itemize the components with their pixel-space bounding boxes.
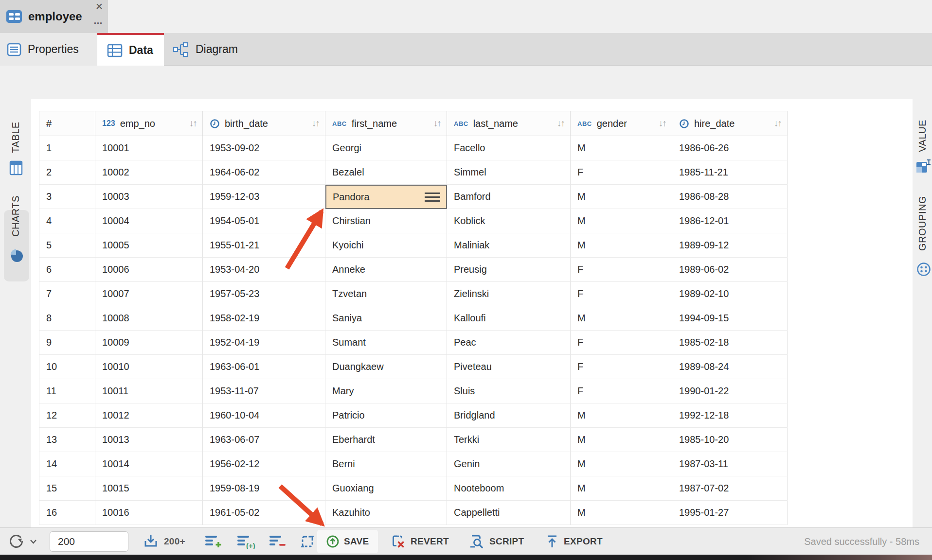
cell-gender[interactable]: M bbox=[571, 209, 672, 233]
cell-gender[interactable]: M bbox=[571, 403, 672, 428]
cell-emp_no[interactable]: 10015 bbox=[95, 476, 203, 501]
pie-chart-icon[interactable] bbox=[9, 248, 24, 263]
cell-gender[interactable]: M bbox=[571, 306, 672, 331]
cell-emp_no[interactable]: 10001 bbox=[95, 136, 203, 160]
cell-first_name[interactable]: Chirstian bbox=[325, 209, 447, 233]
file-tab-employee[interactable]: employee ✕ … bbox=[0, 0, 108, 33]
cell-last_name[interactable]: Genin bbox=[447, 452, 571, 476]
cell-emp_no[interactable]: 10002 bbox=[95, 160, 203, 185]
cell-last_name[interactable]: Nooteboom bbox=[447, 476, 571, 501]
tab-diagram[interactable]: Diagram bbox=[164, 33, 255, 66]
cell-first_name[interactable]: Guoxiang bbox=[325, 476, 447, 501]
cell-emp_no[interactable]: 10007 bbox=[95, 282, 203, 306]
cell-hire_date[interactable]: 1989-06-02 bbox=[672, 258, 788, 282]
cell-hire_date[interactable]: 1985-02-18 bbox=[672, 331, 788, 355]
cell-last_name[interactable]: Zielinski bbox=[447, 282, 571, 306]
cell-emp_no[interactable]: 10006 bbox=[95, 258, 203, 282]
cell-first_name[interactable]: Tzvetan bbox=[325, 282, 447, 306]
cell-last_name[interactable]: Cappelletti bbox=[447, 501, 571, 525]
cell-first_name[interactable]: Berni bbox=[325, 452, 447, 476]
duplicate-row-button[interactable]: (+) bbox=[236, 528, 256, 555]
cell-birth_date[interactable]: 1959-08-19 bbox=[203, 476, 325, 501]
cell-hire_date[interactable]: 1986-08-28 bbox=[672, 185, 788, 209]
cell-birth_date[interactable]: 1958-02-19 bbox=[203, 306, 325, 331]
cell-menu-icon[interactable] bbox=[425, 192, 440, 202]
cell-last_name[interactable]: Terkki bbox=[447, 428, 571, 452]
cell-hire_date[interactable]: 1986-06-26 bbox=[672, 136, 788, 160]
cell-hire_date[interactable]: 1994-09-15 bbox=[672, 306, 788, 331]
cell-first_name[interactable]: Duangkaew bbox=[325, 355, 447, 379]
cell-gender[interactable]: F bbox=[571, 355, 672, 379]
cell-hire_date[interactable]: 1985-11-21 bbox=[672, 160, 788, 185]
cell-last_name[interactable]: Bridgland bbox=[447, 403, 571, 428]
cell-hire_date[interactable]: 1989-09-12 bbox=[672, 233, 788, 258]
sort-icon[interactable]: ↓↑ bbox=[557, 118, 564, 129]
rail-tab-table[interactable]: TABLE bbox=[0, 113, 31, 161]
cell-hire_date[interactable]: 1990-01-22 bbox=[672, 379, 788, 403]
column-header-gender[interactable]: ABCgender↓↑ bbox=[571, 111, 672, 136]
rail-tab-grouping[interactable]: GROUPING bbox=[913, 186, 932, 261]
cell-emp_no[interactable]: 10013 bbox=[95, 428, 203, 452]
save-button[interactable]: SAVE bbox=[317, 530, 378, 553]
cell-hire_date[interactable]: 1992-12-18 bbox=[672, 403, 788, 428]
cell-birth_date[interactable]: 1956-02-12 bbox=[203, 452, 325, 476]
cell-last_name[interactable]: Bamford bbox=[447, 185, 571, 209]
value-panel-icon[interactable] bbox=[915, 158, 931, 175]
refresh-result-button[interactable] bbox=[8, 528, 37, 555]
cell-emp_no[interactable]: 10003 bbox=[95, 185, 203, 209]
cell-birth_date[interactable]: 1960-10-04 bbox=[203, 403, 325, 428]
cell-last_name[interactable]: Preusig bbox=[447, 258, 571, 282]
cell-emp_no[interactable]: 10008 bbox=[95, 306, 203, 331]
sort-icon[interactable]: ↓↑ bbox=[774, 118, 781, 129]
cell-birth_date[interactable]: 1957-05-23 bbox=[203, 282, 325, 306]
cell-gender[interactable]: F bbox=[571, 160, 672, 185]
sort-icon[interactable]: ↓↑ bbox=[433, 118, 441, 129]
tab-data[interactable]: Data bbox=[97, 33, 164, 66]
script-button[interactable]: SCRIPT bbox=[468, 528, 524, 555]
cell-emp_no[interactable]: 10011 bbox=[95, 379, 203, 403]
cell-first_name[interactable]: Anneke bbox=[325, 258, 447, 282]
grouping-icon[interactable] bbox=[916, 262, 932, 277]
cell-last_name[interactable]: Maliniak bbox=[447, 233, 571, 258]
cell-hire_date[interactable]: 1986-12-01 bbox=[672, 209, 788, 233]
cell-birth_date[interactable]: 1953-04-20 bbox=[203, 258, 325, 282]
cell-gender[interactable]: M bbox=[571, 136, 672, 160]
cell-last_name[interactable]: Kalloufi bbox=[447, 306, 571, 331]
cell-gender[interactable]: M bbox=[571, 476, 672, 501]
cell-last_name[interactable]: Sluis bbox=[447, 379, 571, 403]
cell-last_name[interactable]: Peac bbox=[447, 331, 571, 355]
cell-first_name[interactable]: Bezalel bbox=[325, 160, 447, 185]
cell-first_name[interactable]: Georgi bbox=[325, 136, 447, 160]
close-icon[interactable]: ✕ bbox=[95, 1, 103, 12]
cell-emp_no[interactable]: 10005 bbox=[95, 233, 203, 258]
cell-hire_date[interactable]: 1995-01-27 bbox=[672, 501, 788, 525]
cell-birth_date[interactable]: 1963-06-01 bbox=[203, 355, 325, 379]
cell-emp_no[interactable]: 10014 bbox=[95, 452, 203, 476]
cell-gender[interactable]: F bbox=[571, 379, 672, 403]
cell-last_name[interactable]: Piveteau bbox=[447, 355, 571, 379]
column-header-emp_no[interactable]: 123emp_no↓↑ bbox=[95, 111, 203, 136]
cell-birth_date[interactable]: 1953-09-02 bbox=[203, 136, 325, 160]
cell-gender[interactable]: M bbox=[571, 452, 672, 476]
column-header-last_name[interactable]: ABClast_name↓↑ bbox=[447, 111, 571, 136]
column-header-first_name[interactable]: ABCfirst_name↓↑ bbox=[325, 111, 447, 136]
cell-emp_no[interactable]: 10004 bbox=[95, 209, 203, 233]
sort-icon[interactable]: ↓↑ bbox=[189, 118, 197, 129]
column-header-row-number[interactable]: # bbox=[39, 111, 95, 136]
selected-cell[interactable]: Pandora bbox=[325, 185, 447, 209]
cell-birth_date[interactable]: 1954-05-01 bbox=[203, 209, 325, 233]
export-button[interactable]: EXPORT bbox=[545, 528, 603, 555]
cell-emp_no[interactable]: 10016 bbox=[95, 501, 203, 525]
cell-first_name[interactable]: Mary bbox=[325, 379, 447, 403]
column-header-birth_date[interactable]: birth_date↓↑ bbox=[203, 111, 325, 136]
cell-birth_date[interactable]: 1953-11-07 bbox=[203, 379, 325, 403]
cell-gender[interactable]: M bbox=[571, 428, 672, 452]
cell-birth_date[interactable]: 1959-12-03 bbox=[203, 185, 325, 209]
cell-gender[interactable]: F bbox=[571, 258, 672, 282]
cell-last_name[interactable]: Koblick bbox=[447, 209, 571, 233]
cell-first_name[interactable]: Eberhardt bbox=[325, 428, 447, 452]
tab-properties[interactable]: Properties bbox=[0, 33, 97, 66]
add-row-button[interactable] bbox=[204, 528, 222, 555]
more-dots-icon[interactable]: … bbox=[93, 16, 103, 26]
cell-gender[interactable]: F bbox=[571, 282, 672, 306]
